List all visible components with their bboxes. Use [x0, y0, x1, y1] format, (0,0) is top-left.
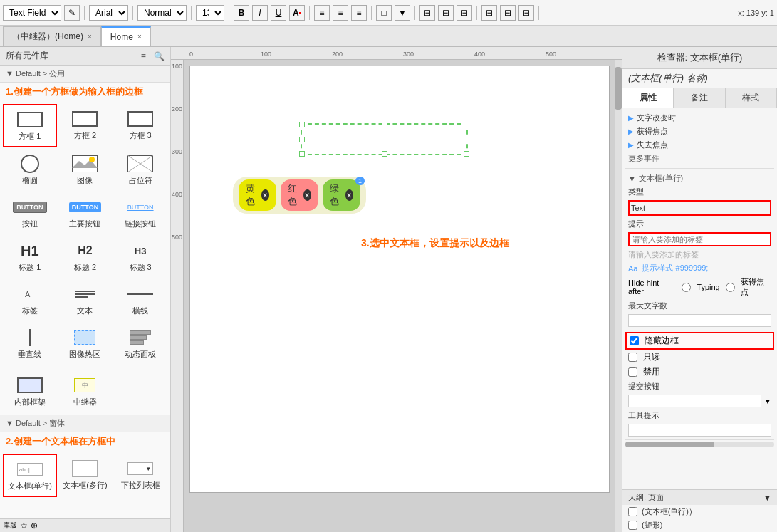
canvas-page[interactable]: 黄色 ✕ 红色 ✕ 绿色 ✕ 1 [189, 66, 610, 493]
widget-box2[interactable]: 方框 2 [58, 104, 113, 147]
tag-yellow[interactable]: 黄色 ✕ [239, 179, 276, 211]
tag-red[interactable]: 红色 ✕ [281, 179, 318, 211]
hint-input[interactable] [630, 234, 770, 245]
event-focus[interactable]: ▶ 获得焦点 [625, 125, 774, 138]
outline-item-textfield[interactable]: (文本框(单行)） [622, 505, 777, 518]
tooltip-input[interactable] [628, 424, 771, 437]
widget-button[interactable]: BUTTON 按钮 [3, 192, 57, 234]
canvas-scroll-thumb[interactable] [615, 67, 622, 110]
tag-input-area[interactable]: 黄色 ✕ 红色 ✕ 绿色 ✕ 1 [233, 177, 366, 214]
handle-tm[interactable] [382, 122, 387, 127]
radio-typing[interactable] [682, 283, 691, 292]
handle-mr[interactable] [464, 137, 469, 142]
widget-dynamic-panel[interactable]: 动态面板 [113, 323, 167, 365]
widget-text[interactable]: 文本 [58, 279, 113, 321]
tag-green[interactable]: 绿色 ✕ [323, 179, 360, 211]
handle-br[interactable] [464, 151, 469, 157]
widget-label[interactable]: A_ 标签 [3, 279, 57, 321]
handle-ml[interactable] [299, 137, 305, 142]
widget-box3[interactable]: 方框 3 [113, 104, 167, 147]
widget-h1[interactable]: H1 标题 1 [3, 236, 57, 278]
align-btn4[interactable]: ⊟ [481, 5, 497, 21]
bottom-icon2[interactable]: ⊕ [31, 521, 38, 531]
widget-hline[interactable]: 横线 [113, 279, 167, 321]
align-left-btn[interactable]: ≡ [314, 5, 330, 21]
handle-bl[interactable] [299, 151, 305, 157]
tab-bar: （中继器）(Home) × Home × [0, 26, 777, 47]
widget-image[interactable]: 图像 [58, 149, 113, 191]
tag-green-close[interactable]: ✕ [345, 189, 353, 201]
underline-btn[interactable]: U [271, 5, 286, 21]
bottom-icon1[interactable]: ☆ [20, 521, 28, 531]
widget-link-btn[interactable]: BUTTON 链接按钮 [113, 192, 167, 234]
canvas-content[interactable]: 100 200 300 400 500 [171, 60, 622, 532]
font-color-btn[interactable]: A [289, 5, 305, 21]
font-select[interactable]: Arial [89, 5, 128, 21]
lib-menu-icon[interactable]: ≡ [141, 51, 146, 61]
left-panel-bottom: 库版 ☆ ⊕ [0, 518, 170, 532]
component-edit-btn[interactable]: ✎ [64, 5, 80, 21]
widget-placeholder[interactable]: 占位符 [113, 149, 167, 191]
tab-relay-close[interactable]: × [88, 33, 92, 41]
more-events-btn[interactable]: 更多事件 [625, 152, 662, 165]
widget-relay[interactable]: 中 中继器 [58, 370, 113, 412]
widget-vline[interactable]: 垂直线 [3, 323, 57, 365]
disabled-checkbox[interactable] [628, 367, 637, 377]
handle-tl[interactable] [299, 122, 305, 127]
submit-input[interactable] [628, 395, 761, 407]
align-center-btn[interactable]: ≡ [333, 5, 348, 21]
outline-filter-icon[interactable]: ▼ [763, 494, 771, 502]
border-btn[interactable]: □ [376, 5, 392, 21]
widget-box1[interactable]: 方框 1 [3, 104, 57, 147]
tab-home-close[interactable]: × [137, 33, 142, 41]
widget-h2[interactable]: H2 标题 2 [58, 236, 113, 278]
align-btn6[interactable]: ⊟ [518, 5, 534, 21]
event-blur[interactable]: ▶ 失去焦点 [625, 138, 774, 152]
widget-iframe[interactable]: 内部框架 [3, 370, 57, 412]
tag-yellow-close[interactable]: ✕ [261, 189, 269, 201]
box-frame-widget[interactable] [301, 123, 468, 155]
outline-checkbox-textfield[interactable] [628, 507, 637, 516]
max-chars-input[interactable] [628, 314, 771, 327]
align-btn5[interactable]: ⊟ [500, 5, 516, 21]
align-btn3[interactable]: ⊟ [457, 5, 472, 21]
readonly-checkbox[interactable] [628, 353, 637, 362]
textarea-label: 文本框(多行) [63, 480, 107, 491]
hint-style-label[interactable]: 提示样式 #999999; [642, 263, 708, 273]
tag-red-close[interactable]: ✕ [303, 189, 311, 201]
italic-btn[interactable]: I [252, 5, 268, 21]
align-btn2[interactable]: ⊟ [438, 5, 454, 21]
more-btn[interactable]: ▼ [395, 5, 410, 21]
style-select[interactable]: Normal [137, 5, 187, 21]
tab-notes[interactable]: 备注 [674, 88, 725, 108]
hint-display-text: 请输入要添加的标签 [628, 249, 699, 260]
outline-checkbox-rect[interactable] [628, 521, 637, 530]
canvas-scrollbar[interactable] [615, 60, 622, 532]
event-text-change[interactable]: ▶ 文字改变时 [625, 111, 774, 125]
outline-item-rect[interactable]: (矩形) [622, 518, 777, 532]
tab-home[interactable]: Home × [101, 26, 151, 46]
tab-properties[interactable]: 属性 [622, 88, 674, 108]
widget-hotspot[interactable]: 图像热区 [58, 323, 113, 365]
widget-textfield[interactable]: abc| 文本框(单行) [3, 454, 57, 497]
sep8 [476, 6, 477, 20]
radio-focus[interactable] [726, 283, 735, 292]
scroll-indicator[interactable] [625, 442, 774, 447]
handle-bm[interactable] [382, 151, 387, 157]
submit-dropdown-arrow[interactable]: ▼ [764, 397, 771, 405]
widget-dropdown[interactable]: ▼ 下拉列表框 [113, 454, 167, 497]
bold-btn[interactable]: B [234, 5, 249, 21]
widget-primary-btn[interactable]: BUTTON 主要按钮 [58, 192, 113, 234]
widget-h3[interactable]: H3 标题 3 [113, 236, 167, 278]
tab-home-relay[interactable]: （中继器）(Home) × [3, 26, 101, 46]
font-size-select[interactable]: 13 [196, 5, 224, 21]
align-right-btn[interactable]: ≡ [351, 5, 367, 21]
lib-search-icon[interactable]: 🔍 [154, 51, 165, 61]
widget-circle[interactable]: 椭圆 [3, 149, 57, 191]
align-btn1[interactable]: ⊟ [419, 5, 435, 21]
hide-border-checkbox[interactable] [630, 336, 639, 345]
handle-tr[interactable] [464, 122, 469, 127]
widget-textarea[interactable]: 文本框(多行) [58, 454, 113, 497]
tab-style[interactable]: 样式 [726, 88, 777, 108]
component-type-select[interactable]: Text Field [3, 5, 61, 21]
